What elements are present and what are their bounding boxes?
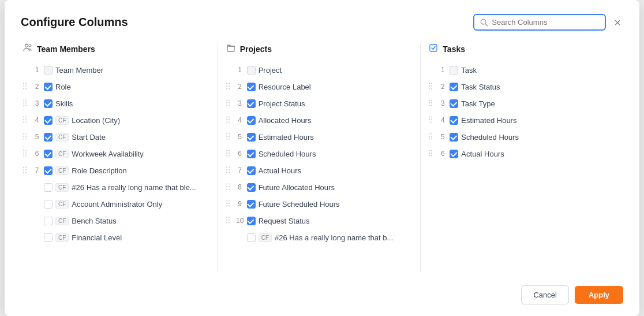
column-checkbox[interactable]: [450, 116, 458, 125]
svg-point-28: [23, 133, 24, 134]
svg-point-44: [23, 172, 24, 173]
svg-point-40: [23, 166, 24, 168]
cf-badge: CF: [55, 200, 69, 209]
svg-point-158: [431, 119, 432, 120]
column-label: #26 Has a really long name that b...: [275, 233, 393, 242]
svg-point-15: [25, 88, 27, 89]
column-checkbox[interactable]: [44, 116, 53, 125]
column-checkbox[interactable]: [450, 133, 458, 142]
svg-point-125: [229, 217, 230, 218]
cf-badge: CF: [259, 233, 272, 242]
section-title-tasks: Tasks: [443, 44, 465, 54]
svg-point-118: [226, 200, 227, 201]
row-number: 9: [236, 200, 244, 208]
svg-point-92: [226, 121, 227, 122]
column-label: Scheduled Hours: [259, 150, 316, 158]
svg-point-121: [229, 203, 230, 204]
column-checkbox[interactable]: [44, 200, 53, 209]
svg-point-16: [23, 99, 24, 101]
column-checkbox[interactable]: [247, 116, 256, 125]
svg-point-115: [229, 186, 230, 187]
header-right: ×: [473, 14, 623, 31]
drag-handle-icon[interactable]: [225, 132, 233, 142]
column-checkbox[interactable]: [247, 83, 256, 91]
list-item: 10Request Status: [224, 213, 415, 229]
column-checkbox[interactable]: [450, 83, 458, 91]
column-label: Task Type: [461, 99, 495, 108]
column-checkbox[interactable]: [44, 83, 53, 91]
svg-point-167: [429, 150, 430, 151]
row-number: 7: [33, 166, 41, 174]
search-input[interactable]: [492, 18, 599, 27]
svg-point-150: [431, 99, 432, 101]
list-item: 6CFWorkweek Availability: [21, 146, 212, 162]
svg-point-20: [23, 105, 24, 106]
column-checkbox[interactable]: [44, 233, 53, 242]
drag-handle-icon[interactable]: [225, 166, 233, 176]
svg-point-126: [226, 220, 227, 221]
row-number: 5: [33, 133, 41, 141]
column-checkbox[interactable]: [44, 183, 53, 192]
column-checkbox[interactable]: [247, 133, 256, 142]
svg-point-97: [229, 136, 230, 137]
items-list-tasks: 1Task2Task Status3Task Type4Estimated Ho…: [426, 62, 617, 162]
column-checkbox[interactable]: [44, 133, 53, 142]
drag-handle-icon[interactable]: [225, 199, 233, 209]
svg-point-163: [429, 136, 430, 137]
cancel-button[interactable]: Cancel: [521, 285, 568, 304]
column-checkbox[interactable]: [44, 150, 53, 158]
drag-handle-icon[interactable]: [428, 116, 436, 125]
column-checkbox[interactable]: [247, 150, 256, 158]
svg-point-116: [226, 188, 227, 189]
drag-handle-icon[interactable]: [225, 216, 233, 226]
column-checkbox[interactable]: [44, 166, 53, 175]
column-checkbox[interactable]: [247, 183, 256, 192]
row-number: 4: [236, 116, 244, 124]
list-item: 5CFStart Date: [21, 129, 212, 145]
drag-handle-icon[interactable]: [225, 149, 233, 159]
svg-point-102: [226, 153, 227, 154]
column-checkbox[interactable]: [247, 200, 256, 209]
section-projects: Projects1Project2Resource Label3Project …: [224, 43, 421, 272]
drag-handle-icon[interactable]: [225, 116, 233, 125]
column-label: Role: [55, 83, 71, 91]
drag-handle-icon[interactable]: [225, 82, 233, 92]
drag-handle-icon[interactable]: [22, 132, 30, 142]
svg-point-90: [226, 119, 227, 120]
column-label: Future Allocated Hours: [259, 183, 335, 192]
column-checkbox[interactable]: [247, 99, 256, 108]
drag-handle-icon[interactable]: [225, 183, 233, 192]
drag-handle-icon[interactable]: [428, 82, 436, 92]
column-checkbox[interactable]: [450, 99, 458, 108]
tasks-icon: [429, 43, 438, 55]
drag-handle-icon[interactable]: [428, 149, 436, 159]
svg-point-128: [226, 222, 227, 223]
svg-point-19: [25, 102, 27, 103]
close-button[interactable]: ×: [612, 16, 623, 29]
svg-point-164: [431, 136, 432, 137]
column-checkbox[interactable]: [44, 217, 53, 225]
column-checkbox[interactable]: [247, 233, 256, 242]
section-header-tasks: Tasks: [426, 43, 617, 55]
column-checkbox: [247, 66, 256, 75]
column-checkbox[interactable]: [44, 99, 53, 108]
drag-handle-icon[interactable]: [225, 99, 233, 109]
drag-handle-icon[interactable]: [22, 116, 30, 125]
drag-handle-icon[interactable]: [22, 82, 30, 92]
cf-badge: CF: [55, 217, 69, 225]
drag-handle-icon[interactable]: [428, 99, 436, 109]
svg-point-104: [226, 155, 227, 156]
column-checkbox[interactable]: [450, 150, 458, 158]
drag-handle-icon[interactable]: [22, 166, 30, 176]
column-checkbox[interactable]: [247, 166, 256, 175]
list-item: CF#26 Has a really long name that b...: [224, 229, 415, 246]
apply-button[interactable]: Apply: [575, 286, 623, 304]
column-checkbox[interactable]: [247, 217, 256, 225]
svg-point-86: [226, 105, 227, 106]
drag-handle-icon[interactable]: [22, 149, 30, 159]
svg-point-22: [23, 116, 24, 117]
section-header-team-members: Team Members: [21, 43, 212, 55]
drag-handle-icon[interactable]: [22, 99, 30, 109]
svg-point-12: [23, 85, 24, 87]
drag-handle-icon[interactable]: [428, 132, 436, 142]
